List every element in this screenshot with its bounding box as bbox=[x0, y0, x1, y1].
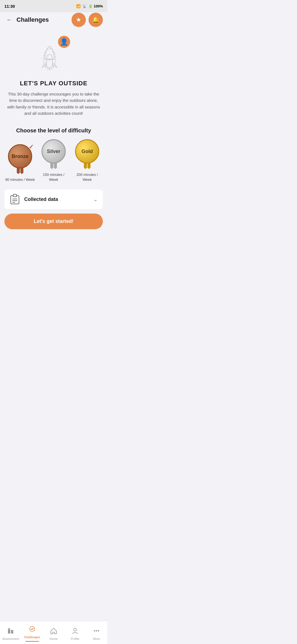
challenge-description: This 30-day challenge encourages you to … bbox=[6, 91, 102, 116]
gold-medal-ribbon bbox=[84, 163, 90, 169]
bell-icon: 🔔 bbox=[92, 16, 100, 23]
rocket-icon bbox=[34, 41, 65, 77]
silver-medal-circle: Silver bbox=[40, 139, 67, 170]
gold-stat: 200 minutes / Week bbox=[72, 172, 103, 182]
header-actions: ★ 🔔 bbox=[72, 13, 103, 27]
wifi-icon: 📶 bbox=[76, 4, 81, 8]
gold-medal-top: Gold bbox=[75, 139, 99, 163]
silver-medal-top: Silver bbox=[42, 139, 66, 163]
bronze-medal-circle: Bronze ✓ bbox=[6, 144, 34, 174]
bronze-medal-item[interactable]: Bronze ✓ 90 minutes / Week bbox=[4, 144, 36, 182]
challenge-hero: 👤 LET'S PLAY OUTSIDE T bbox=[0, 30, 107, 122]
bronze-label: Bronze bbox=[12, 154, 28, 159]
status-bar: 11:30 📶 📡 🔋 100% bbox=[0, 0, 107, 12]
bronze-medal-top: Bronze ✓ bbox=[8, 144, 32, 168]
checkmark-icon: ✓ bbox=[29, 143, 34, 151]
gold-medal-circle: Gold bbox=[73, 139, 101, 170]
difficulty-title: Choose the level of difficulty bbox=[4, 127, 103, 134]
avatar: 👤 bbox=[58, 36, 70, 48]
main-content: 👤 LET'S PLAY OUTSIDE T bbox=[0, 28, 107, 261]
get-started-button[interactable]: Let's get started! bbox=[4, 214, 103, 229]
challenge-title: LET'S PLAY OUTSIDE bbox=[20, 80, 87, 87]
silver-stat: 150 minutes / Week bbox=[38, 172, 69, 182]
header: ← Challenges ★ 🔔 bbox=[0, 12, 107, 28]
back-button[interactable]: ← bbox=[4, 15, 14, 25]
gold-medal-item[interactable]: Gold 200 minutes / Week bbox=[72, 139, 103, 182]
user-icon: 👤 bbox=[60, 38, 68, 46]
gold-label: Gold bbox=[82, 149, 93, 154]
status-time: 11:30 bbox=[4, 4, 15, 9]
back-arrow-icon: ← bbox=[6, 16, 12, 23]
cta-section: Let's get started! bbox=[0, 214, 107, 234]
silver-label: Silver bbox=[47, 149, 60, 154]
status-icons: 📶 📡 🔋 100% bbox=[76, 4, 103, 8]
collected-section: Collected data ⌄ bbox=[0, 185, 107, 214]
collected-data-row[interactable]: Collected data ⌄ bbox=[4, 189, 103, 209]
bronze-medal-ribbon bbox=[17, 168, 23, 174]
bronze-stat: 90 minutes / Week bbox=[5, 177, 35, 182]
difficulty-section: Choose the level of difficulty Bronze ✓ … bbox=[0, 122, 107, 185]
signal-icon: 📡 bbox=[82, 4, 87, 8]
svg-rect-3 bbox=[13, 194, 16, 197]
collected-left: Collected data bbox=[9, 194, 58, 205]
silver-medal-ribbon bbox=[50, 163, 57, 169]
silver-medal-item[interactable]: Silver 150 minutes / Week bbox=[38, 139, 69, 182]
battery-icon: 🔋 100% bbox=[88, 4, 103, 8]
challenge-graphic: 👤 bbox=[32, 33, 76, 77]
rocket-container: 👤 bbox=[34, 36, 73, 74]
star-button[interactable]: ★ bbox=[72, 13, 86, 27]
medals-row: Bronze ✓ 90 minutes / Week Silver 150 mi… bbox=[4, 139, 103, 182]
page-title: Challenges bbox=[16, 16, 49, 23]
star-icon: ★ bbox=[76, 16, 81, 23]
clipboard-icon bbox=[9, 194, 20, 205]
collected-data-label: Collected data bbox=[24, 197, 58, 202]
notification-button[interactable]: 🔔 bbox=[89, 13, 103, 27]
chevron-down-icon: ⌄ bbox=[93, 196, 98, 203]
